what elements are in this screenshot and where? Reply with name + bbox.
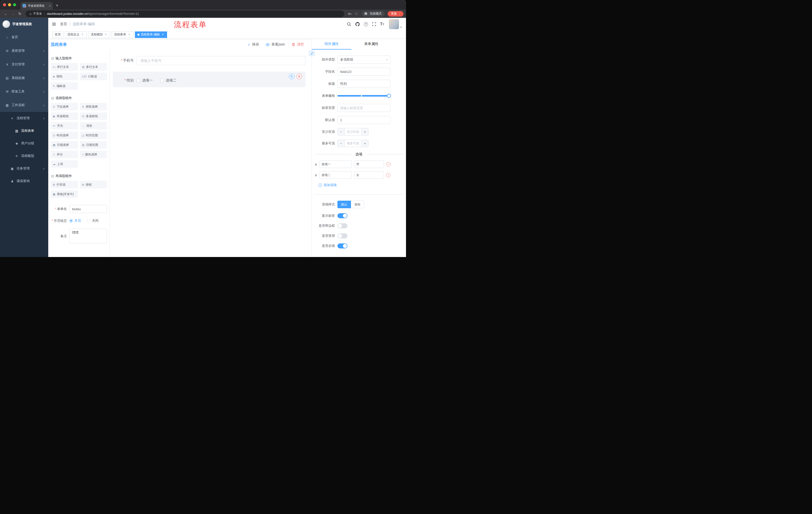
show-label-switch[interactable] [338, 213, 347, 218]
window-minimize-button[interactable] [8, 3, 11, 6]
sidebar-item-workflow[interactable]: ▦ 工作流程 ∧ [0, 98, 48, 112]
tag-home[interactable]: 首页 [52, 31, 63, 38]
increase-button[interactable]: + [361, 128, 368, 135]
status-radio-on[interactable]: 开启 [69, 218, 81, 223]
window-close-button[interactable] [3, 3, 6, 6]
checkbox-option-1[interactable]: 选项一 [137, 78, 153, 83]
tag-close-icon[interactable]: × [81, 33, 84, 36]
clear-button[interactable]: 清空 [291, 42, 304, 47]
font-size-icon[interactable]: TT [380, 22, 384, 26]
user-menu[interactable]: ∨ [389, 19, 402, 29]
palette-item-color-picker[interactable]: ◑颜色选择 [80, 151, 107, 158]
link-icon[interactable] [309, 51, 315, 56]
palette-item-rate[interactable]: ☆评分 [51, 151, 78, 158]
palette-item-cascader[interactable]: ⋔级联选择 [80, 103, 107, 110]
option-label-input[interactable] [319, 171, 352, 179]
new-tab-button[interactable]: + [56, 3, 59, 8]
sidebar-item-system-management[interactable]: ⚙ 系统管理 ∨ [0, 44, 48, 58]
add-option-button[interactable]: + 添加选项 [318, 183, 406, 187]
save-button[interactable]: ✓ 保存 [248, 42, 259, 47]
tab-close-icon[interactable]: × [49, 4, 51, 8]
copy-widget-button[interactable] [289, 74, 294, 79]
tag-process-form[interactable]: 流程表单 × [112, 31, 134, 38]
palette-item-counter[interactable]: 123计数器 [80, 73, 107, 80]
decrease-button[interactable]: − [338, 128, 345, 135]
canvas-widget-gender[interactable]: 性别 选项一 选项二 [113, 72, 306, 87]
title-input[interactable] [338, 80, 390, 88]
checkbox-icon[interactable] [137, 79, 140, 82]
tab-form-props[interactable]: 表单属性 [351, 39, 391, 50]
palette-item-button[interactable]: ⊕按钮 [80, 181, 107, 188]
palette-item-password[interactable]: ◈密码 [51, 73, 78, 80]
palette-item-table[interactable]: ▦表格[开发中] [51, 190, 78, 198]
browser-menu-icon[interactable]: ⋮ [398, 12, 402, 16]
tag-close-icon[interactable]: × [127, 33, 131, 36]
option-label-input[interactable] [319, 160, 352, 168]
checkbox-option-2[interactable]: 选项二 [160, 78, 176, 83]
slider-track[interactable] [338, 95, 389, 97]
label-width-input[interactable] [338, 104, 390, 112]
fullscreen-icon[interactable] [372, 22, 376, 26]
sidebar-item-user-group[interactable]: ☻ 用户分组 [0, 137, 48, 150]
tag-close-icon[interactable]: × [104, 33, 108, 36]
remark-textarea[interactable]: 嘿嘿 [69, 228, 107, 244]
checkbox-icon[interactable] [160, 79, 164, 82]
palette-item-editor[interactable]: ✎编辑器 [51, 82, 78, 90]
tab-component-props[interactable]: 组件属性 [312, 39, 351, 50]
max-select-stepper[interactable]: − 最多可选 + [338, 140, 369, 147]
sidebar-item-leave-query[interactable]: ♟ 请假查询 [0, 175, 48, 187]
palette-item-time-picker[interactable]: ◷时间选择 [51, 132, 78, 139]
back-button[interactable]: ← [2, 11, 9, 16]
tag-close-icon[interactable]: × [161, 33, 165, 36]
password-key-icon[interactable] [347, 11, 353, 16]
github-icon[interactable] [355, 22, 360, 27]
update-button[interactable]: 更新 ⋮ [388, 11, 404, 17]
palette-item-checkbox-group[interactable]: ☑多选框组 [80, 112, 107, 120]
slider-handle[interactable] [387, 94, 391, 98]
palette-item-date-range[interactable]: ▥日期范围 [80, 141, 107, 148]
tag-process-definition[interactable]: 流程定义 × [65, 31, 87, 38]
status-radio-off[interactable]: 关闭 [87, 218, 98, 223]
option-value-input[interactable] [354, 160, 384, 168]
drag-handle-icon[interactable]: ≡ [315, 173, 317, 177]
decrease-button[interactable]: − [338, 140, 345, 147]
bookmark-star-icon[interactable]: ☆ [353, 11, 359, 16]
phone-input[interactable] [137, 56, 306, 65]
border-switch[interactable] [338, 223, 347, 228]
drag-handle-icon[interactable]: ≡ [315, 162, 317, 166]
sidebar-item-dev-tools[interactable]: ⚒ 研发工具 ∨ [0, 85, 48, 98]
reload-button[interactable]: ↻ [17, 11, 23, 16]
help-icon[interactable]: ? [364, 22, 368, 26]
view-json-button[interactable]: 查看json [266, 42, 285, 47]
sidebar-collapse-button[interactable] [52, 22, 56, 26]
option-value-input[interactable] [354, 171, 384, 179]
sidebar-item-process-management[interactable]: ≡ 流程管理 ∧ [0, 112, 48, 125]
form-grid-slider[interactable] [338, 92, 390, 100]
sidebar-item-home[interactable]: ⌂ 首页 [0, 30, 48, 44]
sidebar-item-process-model[interactable]: ✈ 流程模型 [0, 150, 48, 162]
forward-button[interactable]: → [9, 11, 16, 16]
field-name-input[interactable] [338, 67, 390, 76]
window-zoom-button[interactable] [13, 3, 16, 6]
palette-item-multiline-text[interactable]: ▤多行文本 [80, 63, 107, 71]
app-logo[interactable]: 芋道管理系统 [0, 18, 48, 30]
sidebar-item-process-form[interactable]: ▥ 流程表单 [0, 125, 48, 137]
remove-option-button[interactable]: − [386, 173, 390, 177]
sidebar-item-task-management[interactable]: ▣ 任务管理 ∨ [0, 162, 48, 175]
palette-item-row-container[interactable]: ⊞行容器 [51, 181, 78, 188]
palette-item-date-picker[interactable]: ▦日期选择 [51, 141, 78, 148]
sidebar-item-infrastructure[interactable]: ▤ 基础设施 ∨ [0, 71, 48, 85]
breadcrumb-home[interactable]: 首页 [60, 22, 67, 26]
search-icon[interactable] [347, 22, 351, 26]
required-switch[interactable] [338, 243, 347, 248]
disabled-switch[interactable] [338, 233, 347, 238]
security-warning-icon[interactable]: ⚠ [29, 12, 32, 16]
component-type-select[interactable]: 多选框组 ∨ [338, 56, 390, 64]
palette-item-slider[interactable]: ↔滑块 [80, 122, 107, 130]
canvas-field-phone[interactable]: 手机号 [113, 56, 306, 65]
browser-tab[interactable]: 芋道管理系统 × [21, 2, 53, 9]
sidebar-item-payment-management[interactable]: ¥ 支付管理 ∨ [0, 58, 48, 71]
increase-button[interactable]: + [361, 140, 368, 147]
palette-item-radio-group[interactable]: ◉单选框组 [51, 112, 78, 120]
canvas-field-gender[interactable]: 性别 选项一 选项二 [113, 78, 302, 83]
